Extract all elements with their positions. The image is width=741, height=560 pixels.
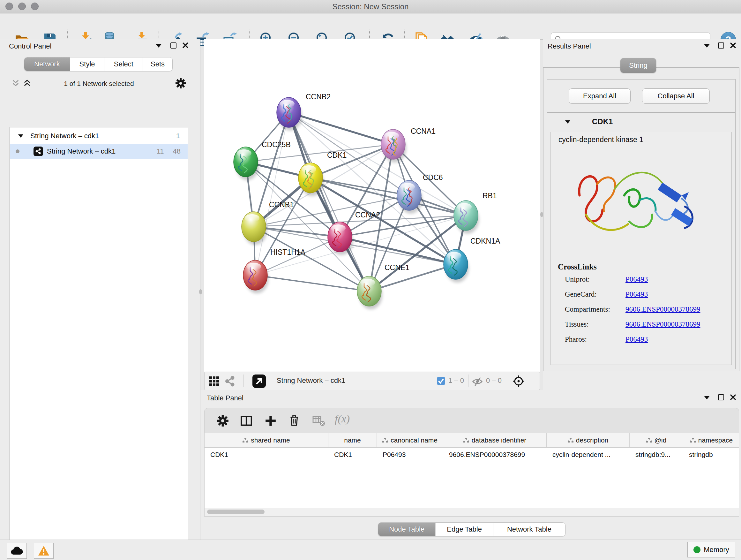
panel-collapse-icon[interactable] xyxy=(704,396,710,399)
panel-float-icon[interactable] xyxy=(718,43,724,49)
collection-expander-icon[interactable] xyxy=(18,134,23,138)
network-canvas[interactable]: CCNB2CCNA1CDC25BCDK1CDC6RB1CCNB1CCNA2CDK… xyxy=(204,39,540,372)
network-node-CDK1[interactable] xyxy=(298,163,324,196)
network-edge-CCNB2-CCNA1[interactable] xyxy=(289,112,393,144)
network-row[interactable]: String Network – cdk1 11 48 xyxy=(10,144,188,159)
tab-string[interactable]: String xyxy=(620,58,656,73)
network-node-CDKN1A[interactable] xyxy=(444,249,469,283)
panel-close-icon[interactable] xyxy=(183,43,188,48)
network-node-CCNB1[interactable] xyxy=(242,212,267,245)
crosslink-link[interactable]: 9606.ENSP00000378699 xyxy=(625,320,700,328)
crosslink-label: Uniprot: xyxy=(565,275,590,284)
tab-sets[interactable]: Sets xyxy=(143,57,172,71)
network-edge-CDKN1A-CCNE1[interactable] xyxy=(369,264,456,291)
panel-collapse-icon[interactable] xyxy=(156,44,161,48)
birdseye-navigator-icon[interactable] xyxy=(512,375,525,388)
network-node-label: CDC25B xyxy=(262,140,291,149)
network-options-gear-icon[interactable] xyxy=(175,78,186,89)
column-header-name[interactable]: name xyxy=(328,433,377,447)
vertical-splitter-handle[interactable] xyxy=(199,289,202,294)
hidden-eye-icon[interactable] xyxy=(472,376,483,387)
network-share-view-icon[interactable] xyxy=(224,375,236,387)
tab-select[interactable]: Select xyxy=(105,57,143,71)
column-header-database-identifier[interactable]: database identifier xyxy=(443,433,547,447)
network-edge-CCNB2-CCNE1[interactable] xyxy=(289,112,369,291)
network-node-CCNA2[interactable] xyxy=(328,222,353,255)
status-bar: Memory xyxy=(0,540,741,560)
network-node-label: CDK1 xyxy=(327,151,347,159)
cell-canonical-name[interactable]: P06493 xyxy=(377,448,443,462)
network-view-title: String Network – cdk1 xyxy=(277,376,345,385)
delete-column-trash-icon[interactable] xyxy=(288,414,300,426)
detach-view-button[interactable] xyxy=(253,374,266,388)
network-node-label: CCNA2 xyxy=(355,211,380,219)
cell-id[interactable]: stringdb:9... xyxy=(630,448,683,462)
selected-checkbox-icon[interactable] xyxy=(437,377,445,385)
control-panel-title: Control Panel xyxy=(9,42,51,51)
panel-close-icon[interactable] xyxy=(730,43,736,48)
cloud-status-button[interactable] xyxy=(7,543,27,559)
collapse-all-button[interactable]: Collapse All xyxy=(642,88,710,104)
column-header-shared-name[interactable]: shared name xyxy=(205,433,328,447)
add-column-icon[interactable] xyxy=(265,415,277,427)
network-node-CDC6[interactable] xyxy=(397,180,422,213)
table-settings-gear-icon[interactable] xyxy=(217,415,229,427)
panel-close-icon[interactable] xyxy=(730,394,736,400)
network-view-toolbar: String Network – cdk1 1 – 0 0 – 0 xyxy=(204,372,540,390)
network-node-CCNE1[interactable] xyxy=(357,276,382,309)
table-hscrollbar-thumb[interactable] xyxy=(207,509,265,514)
column-type-icon xyxy=(568,438,574,443)
control-panel-tabs: Network Style Select Sets xyxy=(24,57,173,71)
network-node-RB1[interactable] xyxy=(454,200,479,234)
cell-name[interactable]: CDK1 xyxy=(328,448,377,462)
cdk1-detail-box: cyclin-dependent kinase 1 xyxy=(550,132,732,365)
vertical-splitter-handle[interactable] xyxy=(540,212,543,217)
network-node-HIST1H1A[interactable] xyxy=(243,260,268,294)
network-node-CDC25B[interactable] xyxy=(233,147,259,180)
panel-float-icon[interactable] xyxy=(171,43,177,49)
tab-network[interactable]: Network xyxy=(24,57,70,71)
network-selection-status: 1 of 1 Network selected xyxy=(29,80,169,87)
column-header-canonical-name[interactable]: canonical name xyxy=(377,433,443,447)
tab-node-table[interactable]: Node Table xyxy=(378,523,435,536)
selected-node-edge-counts: 1 – 0 xyxy=(448,376,464,385)
tab-network-table[interactable]: Network Table xyxy=(493,523,565,536)
crosslink-link[interactable]: P06493 xyxy=(625,275,648,284)
function-builder-icon[interactable]: f(x) xyxy=(335,413,350,425)
memory-button[interactable]: Memory xyxy=(687,542,735,557)
network-edge-HIST1H1A-CCNE1[interactable] xyxy=(255,275,369,291)
panel-float-icon[interactable] xyxy=(718,394,724,400)
expand-all-button[interactable]: Expand All xyxy=(569,88,630,104)
crosslink-label: Compartments: xyxy=(565,305,610,314)
cell-namespace[interactable]: stringdb xyxy=(683,448,739,462)
show-columns-icon[interactable] xyxy=(240,415,253,427)
delete-table-icon[interactable] xyxy=(313,416,325,426)
warnings-button[interactable] xyxy=(34,543,54,559)
crosslink-link[interactable]: 9606.ENSP00000378699 xyxy=(625,305,700,314)
column-header-namespace[interactable]: namespace xyxy=(683,433,739,447)
network-edge-CDK1-RB1[interactable] xyxy=(311,178,466,215)
tab-style[interactable]: Style xyxy=(70,57,105,71)
column-header-description[interactable]: description xyxy=(547,433,630,447)
network-collection-row[interactable]: String Network – cdk1 1 xyxy=(10,128,188,144)
panel-collapse-icon[interactable] xyxy=(704,44,710,48)
crosslink-link[interactable]: P06493 xyxy=(625,335,648,344)
cdk1-expander-icon[interactable] xyxy=(565,120,570,124)
network-node-CCNB2[interactable] xyxy=(277,98,302,131)
table-hscrollbar-track[interactable] xyxy=(204,508,739,516)
collapse-all-networks-icon[interactable] xyxy=(11,79,20,87)
hidden-node-edge-counts: 0 – 0 xyxy=(486,376,502,385)
table-tabs: Node Table Edge Table Network Table xyxy=(378,522,565,537)
network-edge-CCNA2-CDKN1A[interactable] xyxy=(340,237,456,264)
window-title: Session: New Session xyxy=(0,2,741,11)
crosslink-link[interactable]: P06493 xyxy=(625,290,648,299)
column-header-id[interactable]: @id xyxy=(630,433,683,447)
grid-view-icon[interactable] xyxy=(209,376,219,386)
cell-database-identifier[interactable]: 9606.ENSP00000378699 xyxy=(443,448,547,462)
results-panel: Results Panel String Expand All Collapse… xyxy=(543,39,741,390)
warning-triangle-icon xyxy=(38,545,50,556)
cell-shared-name[interactable]: CDK1 xyxy=(205,448,328,462)
table-row[interactable]: CDK1 CDK1 P06493 9606.ENSP00000378699 cy… xyxy=(205,448,739,462)
cell-description[interactable]: cyclin-dependent ... xyxy=(547,448,630,462)
tab-edge-table[interactable]: Edge Table xyxy=(435,523,493,536)
